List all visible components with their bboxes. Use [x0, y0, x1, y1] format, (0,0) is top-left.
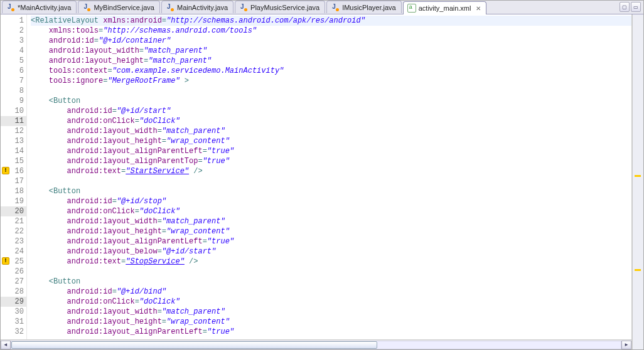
editor-tab[interactable]: MainActivity.java	[161, 1, 233, 13]
code-line[interactable]: android:id="@+id/container"	[31, 36, 631, 46]
line-number: 2	[1, 26, 26, 36]
code-line[interactable]: android:layout_alignParentLeft="true"	[31, 236, 631, 247]
code-line[interactable]	[31, 176, 631, 186]
line-number: 17	[1, 176, 26, 186]
editor-content: 12345678910111213141516!1718192021222324…	[1, 14, 643, 349]
line-number: 14	[1, 146, 26, 156]
line-number: 11	[1, 116, 26, 126]
code-line[interactable]: android:layout_alignParentLeft="true"	[31, 327, 631, 337]
line-number: 19	[1, 196, 26, 206]
line-number: 10	[1, 106, 26, 116]
code-line[interactable]: android:id="@+id/bind"	[31, 287, 631, 297]
line-number: 13	[1, 136, 26, 146]
java-file-icon	[166, 3, 174, 12]
code-line[interactable]: android:layout_width="match_parent"	[31, 126, 631, 136]
line-number: 7	[1, 76, 26, 86]
warning-icon[interactable]: !	[2, 167, 9, 174]
code-line[interactable]: xmlns:tools="http://schemas.android.com/…	[31, 26, 631, 36]
code-area[interactable]: <RelativeLayout xmlns:android="http://sc…	[27, 14, 631, 339]
code-line[interactable]	[31, 86, 631, 96]
overview-warning-mark[interactable]	[635, 175, 641, 177]
tab-label: MainActivity.java	[177, 4, 228, 11]
code-line[interactable]: tools:ignore="MergeRootFrame" >	[31, 76, 631, 86]
line-number: 8	[1, 86, 26, 96]
code-line[interactable]: android:text="StopService" />	[31, 257, 631, 267]
code-line[interactable]: <Button	[31, 186, 631, 196]
close-tab-icon[interactable]: ✕	[476, 5, 481, 12]
code-line[interactable]: android:layout_width="match_parent"	[31, 307, 631, 317]
line-number: 26	[1, 267, 26, 277]
warning-icon[interactable]: !	[2, 257, 9, 265]
line-number: 23	[1, 236, 26, 247]
line-number: 29	[1, 297, 26, 307]
editor-tabbar: *MainActivity.javaMyBindService.javaMain…	[1, 1, 643, 14]
code-line[interactable]: <RelativeLayout xmlns:android="http://sc…	[31, 16, 631, 26]
line-number: 9	[1, 96, 26, 106]
line-number: 1	[1, 16, 26, 26]
code-editor[interactable]: 12345678910111213141516!1718192021222324…	[1, 14, 631, 339]
scrollbar-track[interactable]	[11, 341, 621, 349]
code-line[interactable]: android:layout_width="match_parent"	[31, 46, 631, 56]
code-line[interactable]: <Button	[31, 277, 631, 287]
code-line[interactable]: android:layout_width="match_parent"	[31, 216, 631, 226]
tab-label: IMusicPlayer.java	[342, 4, 396, 11]
horizontal-scrollbar[interactable]: ◄ ►	[1, 339, 631, 349]
xml-file-icon	[407, 4, 416, 13]
code-line[interactable]: android:onClick="doClick"	[31, 206, 631, 216]
line-number: 28	[1, 287, 26, 297]
tab-label: MyBindService.java	[94, 4, 154, 11]
line-number: 5	[1, 56, 26, 66]
code-line[interactable]: android:onClick="doClick"	[31, 297, 631, 307]
code-line[interactable]: android:layout_height="match_parent"	[31, 56, 631, 66]
scroll-right-arrow-icon[interactable]: ►	[621, 341, 631, 349]
scroll-left-arrow-icon[interactable]: ◄	[1, 341, 11, 349]
line-number: 24	[1, 247, 26, 257]
tab-label: *MainActivity.java	[18, 4, 71, 11]
code-line[interactable]: <Button	[31, 96, 631, 106]
editor-tab[interactable]: PlayMusicService.java	[235, 1, 325, 13]
code-line[interactable]: android:layout_alignParentLeft="true"	[31, 146, 631, 156]
code-line[interactable]: android:onClick="doClick"	[31, 116, 631, 126]
line-number: 31	[1, 317, 26, 327]
code-line[interactable]: android:id="@+id/start"	[31, 106, 631, 116]
java-file-icon	[6, 3, 15, 12]
line-number: 16!	[1, 166, 26, 176]
scrollbar-thumb[interactable]	[11, 341, 377, 349]
line-number-gutter: 12345678910111213141516!1718192021222324…	[1, 14, 27, 339]
editor-tab[interactable]: activity_main.xml✕	[403, 1, 487, 14]
code-line[interactable]: android:layout_height="wrap_content"	[31, 136, 631, 146]
line-number: 32	[1, 327, 26, 337]
java-file-icon	[239, 3, 248, 12]
line-number: 21	[1, 216, 26, 226]
line-number: 20	[1, 206, 26, 216]
line-number: 30	[1, 307, 26, 317]
line-number: 25!	[1, 257, 26, 267]
code-line[interactable]: android:layout_height="wrap_content"	[31, 317, 631, 327]
code-line[interactable]: tools:context="com.example.servicedemo.M…	[31, 66, 631, 76]
code-line[interactable]: android:layout_alignParentTop="true"	[31, 156, 631, 166]
code-line[interactable]: android:id="@+id/stop"	[31, 196, 631, 206]
editor-tab[interactable]: IMusicPlayer.java	[326, 1, 402, 13]
overview-warning-mark[interactable]	[635, 269, 641, 271]
code-line[interactable]: android:layout_below="@+id/start"	[31, 247, 631, 257]
line-number: 27	[1, 277, 26, 287]
line-number: 6	[1, 66, 26, 76]
line-number: 22	[1, 226, 26, 236]
maximize-editor-button[interactable]: ▢	[620, 2, 630, 12]
overview-ruler[interactable]	[632, 14, 643, 349]
java-file-icon	[331, 3, 340, 12]
tab-label: activity_main.xml	[419, 4, 471, 12]
editor-tab[interactable]: MyBindService.java	[78, 1, 160, 13]
editor-tab[interactable]: *MainActivity.java	[2, 1, 77, 13]
code-line[interactable]: android:text="StartService" />	[31, 166, 631, 176]
line-number: 4	[1, 46, 26, 56]
tab-label: PlayMusicService.java	[250, 4, 319, 11]
line-number: 18	[1, 186, 26, 196]
code-line[interactable]	[31, 267, 631, 277]
code-line[interactable]: android:layout_height="wrap_content"	[31, 226, 631, 236]
line-number: 12	[1, 126, 26, 136]
line-number: 15	[1, 156, 26, 166]
tabbar-controls: ▢ ▭	[620, 2, 641, 12]
minimize-editor-button[interactable]: ▭	[631, 2, 641, 12]
java-file-icon	[82, 3, 91, 12]
